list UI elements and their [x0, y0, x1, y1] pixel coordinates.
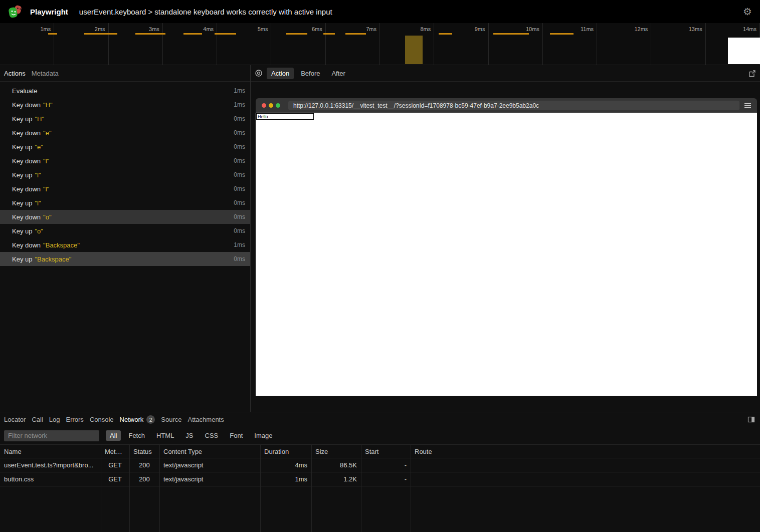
timeline-column: 6ms [271, 23, 325, 65]
action-row[interactable]: Key up"e"0ms [0, 140, 250, 154]
column-header[interactable]: Size [311, 448, 361, 455]
action-list: Evaluate1msKey down"H"1msKey up"H"0msKey… [0, 82, 250, 266]
action-duration: 0ms [234, 129, 245, 136]
action-row[interactable]: Key down"l"0ms [0, 182, 250, 196]
timeline-tick-label: 2ms [95, 26, 105, 32]
timeline-column: 2ms [54, 23, 108, 65]
filter-chip-html[interactable]: HTML [152, 430, 178, 441]
tab-console[interactable]: Console [87, 414, 117, 425]
table-cell: GET [101, 475, 129, 483]
tab-action[interactable]: Action [267, 68, 294, 79]
table-cell: userEvent.test.ts?import&bro... [0, 461, 101, 469]
network-filter-chips: AllFetchHTMLJSCSSFontImage [106, 430, 276, 441]
timeline-tick-label: 10ms [526, 26, 539, 32]
actions-tabstrip: ActionsMetadata [0, 65, 250, 82]
filter-chip-image[interactable]: Image [250, 430, 276, 441]
action-time-mark [345, 33, 366, 35]
timeline-selected-range[interactable] [405, 36, 423, 64]
window-menu-icon [744, 103, 751, 108]
tab-errors[interactable]: Errors [63, 414, 86, 425]
action-duration: 0ms [234, 171, 245, 178]
trace-viewer-app: Playwright userEvent.keyboard > standalo… [0, 0, 760, 532]
action-title: Key down [12, 157, 41, 165]
filter-chip-font[interactable]: Font [226, 430, 247, 441]
action-title: Key down [12, 101, 41, 109]
tab-metadata[interactable]: Metadata [29, 68, 62, 79]
action-time-mark [215, 33, 236, 35]
action-time-mark [439, 33, 452, 35]
action-param: "H" [43, 101, 53, 109]
tab-label: Source [161, 416, 181, 423]
browser-snapshot: http://127.0.0.1:63315/__vitest_test__/?… [256, 98, 757, 396]
column-separator [361, 444, 361, 532]
table-cell: 1ms [260, 475, 311, 483]
timeline-tick-label: 11ms [581, 26, 594, 32]
toggle-panel-layout-icon[interactable] [747, 416, 755, 423]
action-duration: 1ms [234, 241, 245, 248]
snapshot-tab-list: ActionBeforeAfter [267, 68, 350, 79]
timeline-column: 13ms [651, 23, 705, 65]
action-row[interactable]: Key down"l"0ms [0, 154, 250, 168]
action-row[interactable]: Key up"Backspace"0ms [0, 252, 250, 266]
column-header[interactable]: Status [129, 448, 159, 455]
action-row[interactable]: Key up"l"0ms [0, 196, 250, 210]
snapshot-panel: ActionBeforeAfter http://1 [251, 65, 760, 412]
filter-chip-js[interactable]: JS [181, 430, 197, 441]
tab-source[interactable]: Source [158, 414, 184, 425]
tab-after[interactable]: After [327, 68, 349, 79]
action-title: Key up [12, 171, 32, 179]
column-header[interactable]: Content Type [159, 448, 260, 455]
table-row[interactable]: button.cssGET200text/javascript1ms1.2K- [0, 472, 760, 486]
timeline-column: 1ms [0, 23, 54, 65]
maximize-dot-icon [276, 103, 280, 108]
action-param: "H" [35, 115, 44, 123]
action-title: Key up [12, 115, 32, 123]
app-title: Playwright [30, 8, 68, 16]
film-strip-thumbnail[interactable] [728, 38, 760, 64]
open-external-icon[interactable] [748, 70, 756, 77]
tab-actions[interactable]: Actions [1, 68, 29, 79]
tab-log[interactable]: Log [46, 414, 63, 425]
column-header[interactable]: Duration [260, 448, 311, 455]
network-filter-input[interactable] [4, 430, 99, 441]
filter-chip-all[interactable]: All [106, 430, 121, 441]
action-row[interactable]: Key down"H"1ms [0, 98, 250, 112]
action-row[interactable]: Key down"e"0ms [0, 126, 250, 140]
pick-locator-target-icon[interactable] [255, 69, 263, 77]
column-separator [159, 444, 160, 532]
action-row[interactable]: Evaluate1ms [0, 84, 250, 98]
action-row[interactable]: Key up"l"0ms [0, 168, 250, 182]
tab-attachments[interactable]: Attachments [184, 414, 227, 425]
page-url: http://127.0.0.1:63315/__vitest_test__/?… [293, 102, 539, 109]
tab-call[interactable]: Call [29, 414, 46, 425]
filter-chip-css[interactable]: CSS [201, 430, 223, 441]
action-param: "l" [35, 171, 41, 179]
action-row[interactable]: Key down"Backspace"1ms [0, 238, 250, 252]
network-table-body: userEvent.test.ts?import&bro...GET200tex… [0, 458, 760, 486]
action-param: "l" [43, 185, 49, 193]
network-filter-row: AllFetchHTMLJSCSSFontImage [0, 427, 760, 444]
table-row[interactable]: userEvent.test.ts?import&bro...GET200tex… [0, 458, 760, 472]
column-separator [411, 444, 411, 532]
timeline-column: 12ms [597, 23, 651, 65]
settings-gear-icon[interactable]: ⚙ [743, 7, 752, 17]
filter-chip-fetch[interactable]: Fetch [124, 430, 149, 441]
bottom-tab-list: LocatorCallLogErrorsConsoleNetwork2Sourc… [1, 413, 227, 426]
column-header[interactable]: Name [0, 448, 101, 455]
tab-network[interactable]: Network2 [117, 413, 158, 426]
timeline[interactable]: 1ms2ms3ms4ms5ms6ms7ms8ms9ms10ms11ms12ms1… [0, 23, 760, 65]
browser-chrome: http://127.0.0.1:63315/__vitest_test__/?… [256, 98, 757, 113]
action-row[interactable]: Key down"o"0ms [0, 210, 250, 224]
page-text-input[interactable] [256, 113, 314, 120]
tab-locator[interactable]: Locator [1, 414, 29, 425]
action-title: Evaluate [12, 87, 38, 95]
action-title: Key down [12, 185, 41, 193]
column-header[interactable]: Method [101, 448, 129, 455]
action-row[interactable]: Key up"o"0ms [0, 224, 250, 238]
column-header[interactable]: Route [411, 448, 760, 455]
column-header[interactable]: Start [361, 448, 411, 455]
action-row[interactable]: Key up"H"0ms [0, 112, 250, 126]
tab-before[interactable]: Before [296, 68, 324, 79]
column-separator [311, 444, 312, 532]
tab-label: Errors [66, 416, 83, 423]
